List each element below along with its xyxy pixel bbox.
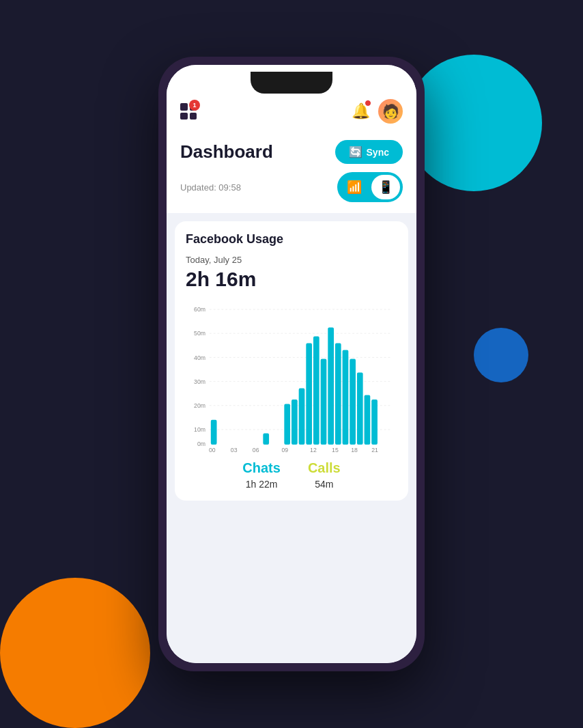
content-area: Facebook Usage Today, July 25 2h 16m	[167, 213, 416, 663]
toggle-switch[interactable]: 📶 📱	[337, 172, 403, 202]
svg-rect-14	[263, 434, 269, 445]
sync-button[interactable]: 🔄 Sync	[335, 140, 403, 164]
phone-frame: 1 🔔 🧑 Dashboard 🔄 Sync Updated: 09:58	[158, 57, 425, 671]
card-title: Facebook Usage	[186, 232, 397, 247]
svg-text:50m: 50m	[194, 330, 205, 337]
svg-rect-17	[299, 389, 305, 445]
facebook-usage-card: Facebook Usage Today, July 25 2h 16m	[175, 221, 408, 501]
svg-text:15: 15	[332, 447, 339, 452]
calls-label: Calls	[308, 460, 341, 476]
notch-area	[167, 65, 416, 94]
svg-text:60m: 60m	[194, 306, 205, 313]
legend-calls: Calls 54m	[308, 460, 341, 490]
legend-row: Chats 1h 22m Calls 54m	[186, 460, 397, 490]
phone-icon: 📱	[378, 180, 393, 195]
phone-screen: 1 🔔 🧑 Dashboard 🔄 Sync Updated: 09:58	[167, 65, 416, 663]
usage-date: Today, July 25	[186, 255, 397, 265]
svg-text:0m: 0m	[197, 440, 205, 448]
svg-text:21: 21	[371, 447, 378, 452]
toggle-phone[interactable]: 📱	[371, 175, 400, 199]
sync-label: Sync	[367, 147, 389, 158]
top-right: 🔔 🧑	[352, 99, 403, 124]
bg-circle-teal	[406, 55, 542, 191]
chats-label: Chats	[242, 460, 281, 476]
wifi-icon: 📶	[347, 180, 362, 195]
top-bar: 1 🔔 🧑	[167, 94, 416, 132]
header-row: Dashboard 🔄 Sync	[180, 140, 403, 164]
svg-rect-15	[284, 404, 290, 445]
legend-chats: Chats 1h 22m	[242, 460, 281, 490]
svg-text:03: 03	[231, 447, 238, 452]
svg-rect-21	[328, 327, 334, 445]
usage-time: 2h 16m	[186, 268, 397, 291]
svg-rect-22	[335, 344, 341, 445]
updated-text: Updated: 09:58	[180, 182, 241, 193]
grid-dot-3	[180, 113, 188, 120]
svg-text:12: 12	[310, 447, 317, 452]
header-section: Dashboard 🔄 Sync Updated: 09:58 📶 📱	[167, 132, 416, 213]
chart-container: 60m 50m 40m 30m 20m 10m 0m	[186, 302, 397, 452]
grid-dot-4	[190, 113, 197, 120]
calls-value: 54m	[315, 479, 333, 490]
grid-notification-badge: 1	[189, 100, 200, 111]
grid-icon-wrap[interactable]: 1	[180, 103, 197, 120]
svg-text:00: 00	[209, 447, 216, 452]
svg-text:09: 09	[281, 447, 288, 452]
bg-circle-blue	[474, 328, 528, 382]
svg-rect-20	[321, 359, 327, 445]
chats-value: 1h 22m	[246, 479, 278, 490]
grid-dot-1	[180, 103, 188, 111]
svg-rect-13	[211, 420, 217, 445]
svg-text:20m: 20m	[194, 402, 205, 410]
svg-rect-27	[371, 400, 378, 445]
svg-text:30m: 30m	[194, 378, 205, 385]
svg-text:10m: 10m	[194, 426, 205, 434]
svg-rect-26	[365, 395, 371, 445]
updated-row: Updated: 09:58 📶 📱	[180, 172, 403, 202]
bg-circle-orange	[0, 578, 150, 728]
svg-text:18: 18	[351, 447, 358, 452]
svg-rect-23	[343, 350, 349, 445]
svg-text:06: 06	[253, 447, 259, 452]
svg-rect-19	[313, 337, 319, 445]
svg-rect-16	[292, 400, 298, 445]
svg-rect-18	[306, 344, 312, 445]
bell-notification-badge	[365, 100, 371, 107]
sync-icon: 🔄	[349, 145, 362, 158]
toggle-wifi[interactable]: 📶	[340, 175, 369, 199]
svg-rect-25	[357, 372, 363, 445]
bell-icon-wrap[interactable]: 🔔	[352, 102, 370, 120]
usage-chart: 60m 50m 40m 30m 20m 10m 0m	[186, 302, 397, 452]
notch	[251, 72, 332, 94]
avatar[interactable]: 🧑	[378, 99, 403, 124]
dashboard-title: Dashboard	[180, 141, 273, 163]
svg-rect-24	[350, 359, 356, 445]
svg-text:40m: 40m	[194, 354, 205, 361]
